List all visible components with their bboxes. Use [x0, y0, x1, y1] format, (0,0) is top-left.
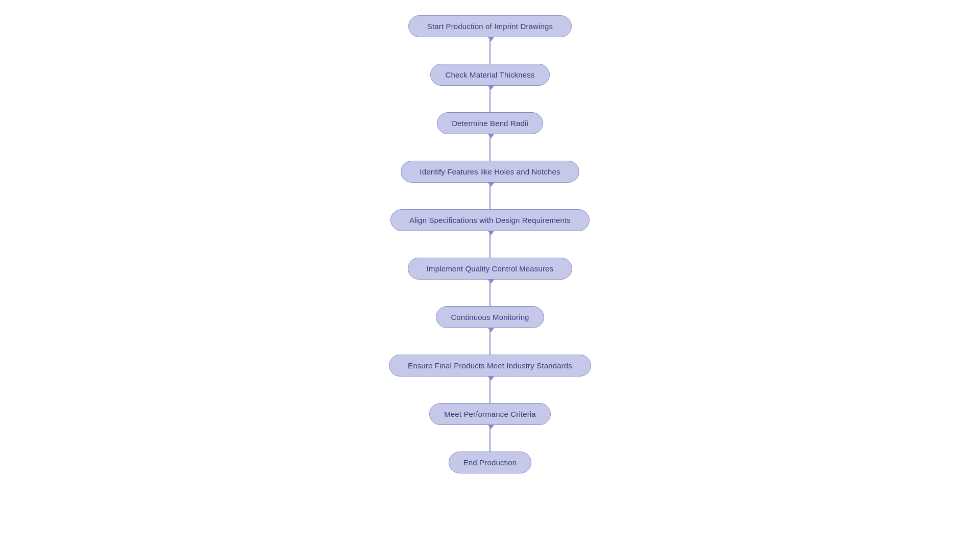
connector-1 [489, 37, 491, 64]
node-implement-quality: Implement Quality Control Measures [408, 258, 573, 280]
flowchart: Start Production of Imprint Drawings Che… [389, 10, 591, 479]
node-determine-bend: Determine Bend Radii [437, 112, 543, 134]
connector-7 [489, 328, 491, 355]
connector-8 [489, 377, 491, 403]
node-align-specs: Align Specifications with Design Require… [390, 209, 590, 231]
node-continuous-monitoring: Continuous Monitoring [436, 306, 544, 328]
connector-6 [489, 280, 491, 306]
connector-5 [489, 231, 491, 258]
node-check-material: Check Material Thickness [430, 64, 549, 86]
node-start-production: Start Production of Imprint Drawings [408, 15, 572, 37]
node-ensure-final: Ensure Final Products Meet Industry Stan… [389, 355, 591, 377]
node-meet-performance: Meet Performance Criteria [429, 403, 551, 425]
connector-9 [489, 425, 491, 452]
connector-4 [489, 183, 491, 209]
connector-2 [489, 86, 491, 112]
node-identify-features: Identify Features like Holes and Notches [401, 161, 579, 183]
node-end-production: End Production [449, 452, 532, 473]
connector-3 [489, 134, 491, 161]
